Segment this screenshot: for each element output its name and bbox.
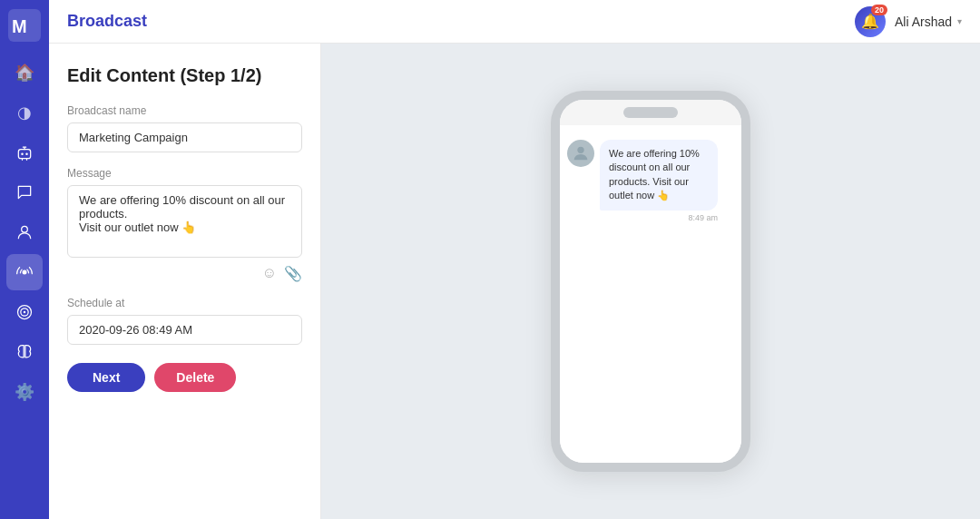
- message-label: Message: [67, 167, 302, 180]
- svg-point-3: [21, 152, 24, 155]
- svg-point-6: [23, 270, 27, 275]
- notification-button[interactable]: 🔔 20: [855, 6, 886, 37]
- sidebar-item-target[interactable]: [6, 294, 43, 330]
- phone-screen: We are offering 10% discount on all our …: [560, 125, 741, 463]
- app-logo: M: [8, 9, 41, 42]
- phone-notch: [623, 107, 678, 118]
- sidebar-item-chat[interactable]: [6, 174, 43, 211]
- svg-point-10: [577, 147, 583, 153]
- schedule-group: Schedule at: [67, 297, 302, 345]
- sidebar-item-settings[interactable]: ⚙️: [6, 374, 43, 410]
- main-area: Broadcast 🔔 20 Ali Arshad ▾ Edit Content…: [49, 0, 980, 519]
- header: Broadcast 🔔 20 Ali Arshad ▾: [49, 0, 980, 44]
- schedule-label: Schedule at: [67, 297, 302, 309]
- next-button[interactable]: Next: [67, 363, 145, 392]
- textarea-toolbar: ☺ 📎: [67, 265, 302, 282]
- sidebar-item-broadcast[interactable]: [6, 254, 43, 290]
- chat-message: We are offering 10% discount on all our …: [567, 140, 734, 222]
- svg-point-5: [22, 226, 28, 232]
- sidebar: M 🏠 ◑ ⚙️: [0, 0, 49, 519]
- svg-point-9: [24, 311, 26, 314]
- user-menu[interactable]: Ali Arshad ▾: [895, 15, 962, 29]
- notification-badge: 20: [871, 5, 887, 15]
- message-group: Message We are offering 10% discount on …: [67, 167, 302, 282]
- svg-point-4: [25, 152, 28, 155]
- form-title: Edit Content (Step 1/2): [67, 65, 302, 86]
- user-name: Ali Arshad: [895, 15, 952, 29]
- schedule-input[interactable]: [67, 315, 302, 345]
- attach-icon[interactable]: 📎: [284, 265, 302, 282]
- sidebar-item-user[interactable]: [6, 214, 43, 250]
- phone-mockup: We are offering 10% discount on all our …: [551, 91, 750, 472]
- phone-notch-bar: [560, 100, 741, 125]
- message-bubble: We are offering 10% discount on all our …: [600, 140, 718, 211]
- content-area: Edit Content (Step 1/2) Broadcast name M…: [49, 44, 980, 519]
- broadcast-name-input[interactable]: [67, 122, 302, 152]
- delete-button[interactable]: Delete: [154, 363, 236, 392]
- sidebar-item-brain[interactable]: [6, 334, 43, 370]
- message-input[interactable]: We are offering 10% discount on all our …: [67, 185, 302, 258]
- svg-rect-2: [18, 150, 30, 159]
- chevron-down-icon: ▾: [957, 16, 962, 26]
- sidebar-item-bot[interactable]: [6, 134, 43, 171]
- preview-panel: We are offering 10% discount on all our …: [321, 44, 980, 519]
- avatar: [567, 140, 594, 167]
- emoji-icon[interactable]: ☺: [262, 265, 277, 282]
- broadcast-name-label: Broadcast name: [67, 104, 302, 117]
- broadcast-name-group: Broadcast name: [67, 104, 302, 152]
- svg-text:M: M: [12, 16, 27, 36]
- form-panel: Edit Content (Step 1/2) Broadcast name M…: [49, 44, 321, 519]
- button-row: Next Delete: [67, 363, 302, 392]
- header-right: 🔔 20 Ali Arshad ▾: [855, 6, 962, 37]
- sidebar-item-stats[interactable]: ◑: [6, 94, 43, 131]
- sidebar-item-home[interactable]: 🏠: [6, 54, 43, 91]
- page-title: Broadcast: [67, 12, 855, 31]
- message-time: 8:49 am: [600, 213, 718, 222]
- message-content: We are offering 10% discount on all our …: [600, 140, 718, 222]
